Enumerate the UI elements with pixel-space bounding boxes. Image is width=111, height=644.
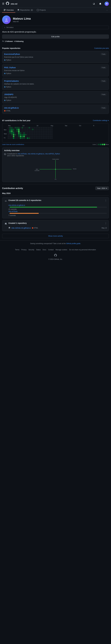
day-cell[interactable] bbox=[51, 138, 53, 139]
day-cell[interactable] bbox=[35, 132, 37, 134]
day-cell[interactable] bbox=[25, 134, 26, 136]
day-cell[interactable] bbox=[23, 132, 25, 134]
day-cell[interactable] bbox=[18, 138, 19, 139]
day-cell[interactable] bbox=[34, 134, 35, 136]
day-cell[interactable] bbox=[37, 127, 39, 128]
day-cell[interactable] bbox=[9, 130, 11, 132]
day-cell[interactable] bbox=[25, 129, 26, 130]
day-cell[interactable] bbox=[20, 138, 21, 139]
created-repo-link[interactable]: mts-ml/mts-ml.github.io bbox=[11, 227, 31, 229]
contributed-repos-links[interactable]: mts-ml/Teste, mts-ml/mts-ml.github.io, m… bbox=[18, 153, 60, 155]
day-cell[interactable] bbox=[8, 132, 9, 134]
day-cell[interactable] bbox=[35, 127, 37, 128]
day-cell[interactable] bbox=[51, 130, 53, 132]
footer-link[interactable]: Terms bbox=[15, 249, 19, 251]
day-cell[interactable] bbox=[34, 136, 35, 137]
day-cell[interactable] bbox=[13, 127, 14, 128]
day-cell[interactable] bbox=[44, 136, 46, 137]
day-cell[interactable] bbox=[41, 129, 42, 130]
footer-link[interactable]: Privacy bbox=[21, 249, 26, 251]
day-cell[interactable] bbox=[51, 134, 53, 136]
day-cell[interactable] bbox=[51, 127, 53, 128]
day-cell[interactable] bbox=[51, 132, 53, 134]
day-cell[interactable] bbox=[35, 129, 37, 130]
day-cell[interactable] bbox=[9, 129, 11, 130]
edit-profile-button[interactable]: Edit profile bbox=[2, 34, 109, 39]
day-cell[interactable] bbox=[22, 132, 23, 134]
day-cell[interactable] bbox=[27, 132, 28, 134]
day-cell[interactable] bbox=[27, 127, 28, 128]
day-cell[interactable] bbox=[25, 130, 26, 132]
day-cell[interactable] bbox=[11, 136, 13, 137]
repo-name[interactable]: mts-ml.github.io bbox=[4, 107, 19, 109]
day-cell[interactable] bbox=[28, 127, 30, 128]
day-cell[interactable] bbox=[22, 134, 23, 136]
avatar[interactable]: M bbox=[105, 2, 109, 6]
day-cell[interactable] bbox=[35, 136, 37, 137]
day-cell[interactable] bbox=[11, 127, 13, 128]
github-guide-link[interactable]: GitHub profile guide bbox=[66, 242, 80, 244]
day-cell[interactable] bbox=[41, 132, 42, 134]
day-cell[interactable] bbox=[25, 132, 26, 134]
day-cell[interactable] bbox=[18, 134, 19, 136]
day-cell[interactable] bbox=[37, 132, 39, 134]
day-cell[interactable] bbox=[8, 136, 9, 137]
day-cell[interactable] bbox=[15, 127, 16, 128]
tab-projects[interactable]: Projects bbox=[35, 8, 47, 13]
day-cell[interactable] bbox=[30, 127, 32, 128]
day-cell[interactable] bbox=[8, 130, 9, 132]
day-cell[interactable] bbox=[49, 138, 51, 139]
day-cell[interactable] bbox=[23, 127, 25, 128]
day-cell[interactable] bbox=[34, 129, 35, 130]
day-cell[interactable] bbox=[46, 138, 47, 139]
day-cell[interactable] bbox=[27, 130, 28, 132]
day-cell[interactable] bbox=[30, 134, 32, 136]
day-cell[interactable] bbox=[34, 132, 35, 134]
day-cell[interactable] bbox=[16, 129, 18, 130]
day-cell[interactable] bbox=[32, 129, 33, 130]
day-cell[interactable] bbox=[28, 130, 30, 132]
day-cell[interactable] bbox=[16, 130, 18, 132]
day-cell[interactable] bbox=[25, 138, 26, 139]
day-cell[interactable] bbox=[8, 138, 9, 139]
day-cell[interactable] bbox=[32, 132, 33, 134]
day-cell[interactable] bbox=[48, 129, 49, 130]
footer-link[interactable]: Security bbox=[28, 249, 34, 251]
day-cell[interactable] bbox=[15, 129, 16, 130]
day-cell[interactable] bbox=[46, 134, 47, 136]
day-cell[interactable] bbox=[22, 136, 23, 137]
day-cell[interactable] bbox=[20, 134, 21, 136]
day-cell[interactable] bbox=[46, 136, 47, 137]
footer-link[interactable]: Contact bbox=[48, 249, 54, 251]
day-cell[interactable] bbox=[13, 138, 14, 139]
day-cell[interactable] bbox=[32, 127, 33, 128]
day-cell[interactable] bbox=[15, 130, 16, 132]
day-cell[interactable] bbox=[34, 138, 35, 139]
day-cell[interactable] bbox=[8, 134, 9, 136]
show-more-button[interactable]: Show more activity bbox=[2, 234, 109, 238]
day-cell[interactable] bbox=[49, 132, 51, 134]
day-cell[interactable] bbox=[13, 129, 14, 130]
day-cell[interactable] bbox=[11, 132, 13, 134]
day-cell[interactable] bbox=[20, 129, 21, 130]
day-cell[interactable] bbox=[44, 129, 46, 130]
day-cell[interactable] bbox=[37, 130, 39, 132]
day-cell[interactable] bbox=[22, 127, 23, 128]
day-cell[interactable] bbox=[35, 138, 37, 139]
day-cell[interactable] bbox=[16, 127, 18, 128]
day-cell[interactable] bbox=[44, 130, 46, 132]
created-repo-menu[interactable]: ⋮ bbox=[105, 222, 107, 224]
day-cell[interactable] bbox=[23, 138, 25, 139]
day-cell[interactable] bbox=[8, 129, 9, 130]
day-cell[interactable] bbox=[11, 129, 13, 130]
repo-name[interactable]: ExerciciosPython bbox=[4, 53, 20, 55]
day-cell[interactable] bbox=[16, 132, 18, 134]
day-cell[interactable] bbox=[11, 134, 13, 136]
repo-name[interactable]: POO_Python bbox=[4, 66, 16, 69]
day-cell[interactable] bbox=[8, 127, 9, 128]
day-cell[interactable] bbox=[39, 132, 40, 134]
day-cell[interactable] bbox=[39, 138, 40, 139]
day-cell[interactable] bbox=[27, 136, 28, 137]
day-cell[interactable] bbox=[16, 136, 18, 137]
day-cell[interactable] bbox=[9, 132, 11, 134]
